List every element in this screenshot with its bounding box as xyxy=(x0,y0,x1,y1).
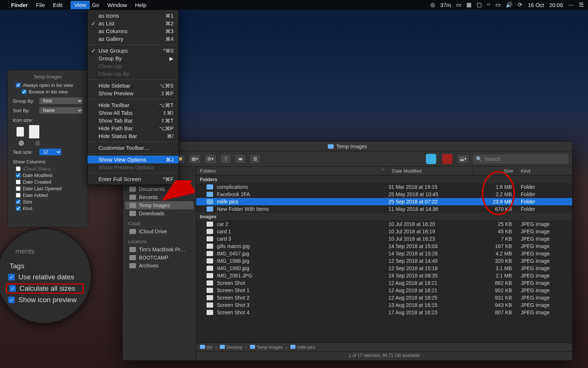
file-row[interactable]: Facebook 2FA25 May 2018 at 10:452.2 MBFo… xyxy=(196,191,572,198)
file-row[interactable]: New Folder With Items11 May 2018 at 14:3… xyxy=(196,205,572,213)
file-row[interactable]: complications31 Mar 2018 at 19:151.6 MBF… xyxy=(196,183,572,191)
file-row[interactable]: IMG_0457.jpg14 Sep 2018 at 15:284.2 MBJP… xyxy=(196,250,572,257)
path-segment[interactable]: Temp Images xyxy=(250,345,283,350)
col-date-added-checkbox[interactable] xyxy=(16,193,21,198)
menu-item-as-icons[interactable]: as Icons⌘1 xyxy=(87,12,179,20)
file-row[interactable]: car 210 Jul 2018 at 16:2025 KBJPEG image xyxy=(196,220,572,228)
menu-item-hide-path-bar[interactable]: Hide Path Bar⌥⌘P xyxy=(87,124,179,132)
siri-icon[interactable]: ⋯ xyxy=(568,1,574,8)
col-date[interactable]: Date Modified xyxy=(388,167,473,175)
menu-edit[interactable]: Edit xyxy=(53,2,62,8)
sort-by-select[interactable]: Name xyxy=(39,107,83,114)
menu-item-show-preview-options: Show Preview Options xyxy=(87,163,179,171)
menu-file[interactable]: File xyxy=(36,2,45,8)
sidebar-item-icloud-drive[interactable]: iCloud Drive xyxy=(123,227,196,236)
menu-item-hide-status-bar[interactable]: Hide Status Bar⌘/ xyxy=(87,132,179,140)
status-icon[interactable]: ◎ xyxy=(430,1,435,8)
calendar-icon[interactable]: ▦ xyxy=(466,1,472,8)
file-row[interactable]: mlife pics25 Sep 2018 at 07:2223.9 MBFol… xyxy=(196,198,572,205)
browse-list-view-checkbox[interactable] xyxy=(22,89,26,94)
menu-item-enter-full-screen[interactable]: Enter Full Screen^⌘F xyxy=(87,175,179,183)
menu-item-show-view-options[interactable]: Show View Options⌘J xyxy=(87,156,179,163)
file-row[interactable]: IMG_1990.jpg12 Sep 2018 at 15:183.1 MBJP… xyxy=(196,265,572,272)
file-row[interactable]: Screen Shot 212 Aug 2018 at 18:25931 KBJ… xyxy=(196,294,572,301)
path-bar[interactable]: tim›Desktop›Temp Images›mlife pics xyxy=(196,343,572,351)
sidebar-item-tim-s-macbook-pr-[interactable]: Tim's MacBook Pr… xyxy=(123,245,196,254)
col-date-created-checkbox[interactable] xyxy=(16,180,21,184)
sidebar-item-bootcamp[interactable]: BOOTCAMP xyxy=(123,254,196,262)
group-button[interactable]: ▦▾ xyxy=(189,154,201,164)
icon-large-icon xyxy=(29,125,39,138)
search-field[interactable]: 🔍 Search xyxy=(473,154,569,164)
file-row[interactable]: card 110 Jul 2018 at 16:1945 KBJPEG imag… xyxy=(196,228,572,235)
airplay-icon[interactable]: ▢ xyxy=(477,1,482,8)
group-by-select[interactable]: Kind xyxy=(39,98,83,104)
col-size[interactable]: Size xyxy=(473,167,517,175)
sidebar-item-downloads[interactable]: Downloads xyxy=(123,209,196,217)
tags-button[interactable]: ⬬ xyxy=(235,154,246,164)
menu-item-hide-sidebar[interactable]: Hide Sidebar⌥⌘S xyxy=(87,82,179,89)
app-icon-2[interactable] xyxy=(442,154,452,164)
path-segment[interactable]: Desktop xyxy=(220,345,243,350)
col-kind-checkbox[interactable] xyxy=(16,206,21,211)
sync-icon[interactable]: ⟳ xyxy=(518,1,523,8)
battery-text[interactable]: 37m xyxy=(440,2,451,8)
sidebar-item-archives[interactable]: Archives xyxy=(123,262,196,270)
action-button[interactable]: ✿▾ xyxy=(205,154,216,164)
dropbox-button[interactable]: ⬓▾ xyxy=(457,154,469,164)
battery-icon[interactable]: ▭ xyxy=(495,1,501,8)
file-row[interactable]: Screen Shot 112 Aug 2018 at 18:21902 KBJ… xyxy=(196,287,572,294)
menu-go[interactable]: Go xyxy=(92,2,99,8)
display-icon[interactable]: ▭ xyxy=(456,1,461,8)
finder-window[interactable]: Temp Images ▦ ☰ ▥ ▭ 📁 ▦▾ ✿▾ ⇪ ⬬ 🗑 ⬓▾ 🔍 S… xyxy=(122,141,573,361)
sidebar-item-documents[interactable]: Documents xyxy=(123,185,196,193)
file-row[interactable]: card 310 Jul 2018 at 16:237 KBJPEG image xyxy=(196,235,572,243)
sidebar-item-temp-images[interactable]: Temp Images xyxy=(125,201,194,209)
trash-button[interactable]: 🗑 xyxy=(250,154,261,164)
icon-size-large-radio[interactable] xyxy=(35,141,40,146)
menu-item-show-preview[interactable]: Show Preview⇧⌘P xyxy=(87,89,179,97)
path-segment[interactable]: tim xyxy=(200,345,212,350)
menu-help[interactable]: Help xyxy=(135,2,147,8)
wifi-icon[interactable]: ⌔ xyxy=(487,2,490,8)
always-list-view-checkbox[interactable] xyxy=(16,83,21,88)
menubar-time[interactable]: 20:06 xyxy=(549,2,563,8)
sidebar-item-recents[interactable]: Recents xyxy=(123,193,196,201)
menu-item-as-gallery[interactable]: as Gallery⌘4 xyxy=(87,35,179,43)
file-row[interactable]: IMG_1988.jpg12 Sep 2018 at 14:49320 KBJP… xyxy=(196,257,572,265)
menu-item-customise-toolbar-[interactable]: Customise Toolbar… xyxy=(87,144,179,152)
file-row[interactable]: gills macro.jpg14 Sep 2018 at 15:03167 K… xyxy=(196,243,572,250)
share-button[interactable]: ⇪ xyxy=(220,154,231,164)
text-size-label: Text size: xyxy=(13,149,39,155)
menu-item-use-groups[interactable]: ✓Use Groups^⌘0 xyxy=(87,47,179,54)
file-row[interactable]: IMG_2061.JPG24 Sep 2018 at 08:352.1 MBJP… xyxy=(196,272,572,279)
icon-size-small-radio[interactable] xyxy=(19,141,24,146)
volume-icon[interactable]: 🔊 xyxy=(506,1,513,8)
menubar-app[interactable]: Finder xyxy=(11,2,28,8)
view-options-panel[interactable]: Temp Images Always open in list view Bro… xyxy=(7,70,88,227)
col-date-last-opened-checkbox[interactable] xyxy=(16,186,21,191)
file-row[interactable]: Screen Shot12 Aug 2018 at 18:21862 KBJPE… xyxy=(196,279,572,287)
text-size-select[interactable]: 12 xyxy=(39,149,61,155)
path-segment[interactable]: mlife pics xyxy=(290,345,315,350)
menu-item-as-columns[interactable]: as Columns⌘3 xyxy=(87,27,179,35)
rel-dates-label: Use relative dates xyxy=(18,273,74,281)
col-kind[interactable]: Kind xyxy=(517,167,572,175)
menu-item-show-all-tabs[interactable]: Show All Tabs⇧⌘\ xyxy=(87,109,179,117)
menubar-date[interactable]: 16 Oct xyxy=(528,2,544,8)
menu-item-hide-toolbar[interactable]: Hide Toolbar⌥⌘T xyxy=(87,101,179,109)
col-size-checkbox[interactable] xyxy=(16,199,21,204)
menu-view[interactable]: View xyxy=(71,1,90,9)
notification-icon[interactable]: ☰ xyxy=(579,1,584,8)
finder-titlebar[interactable]: Temp Images xyxy=(123,142,572,151)
col-name[interactable]: Folders˄ xyxy=(196,167,388,175)
app-icon-1[interactable] xyxy=(426,154,436,164)
menu-item-as-list[interactable]: ✓as List⌘2 xyxy=(87,20,179,27)
menu-window[interactable]: Window xyxy=(107,2,127,8)
file-row[interactable]: Screen Shot 417 Aug 2018 at 16:23807 KBJ… xyxy=(196,309,572,316)
col-icloud-status-checkbox[interactable] xyxy=(16,166,21,171)
file-row[interactable]: Screen Shot 313 Aug 2018 at 16:15943 KBJ… xyxy=(196,301,572,309)
col-date-modified-checkbox[interactable] xyxy=(16,173,21,178)
menu-item-group-by[interactable]: Group By▶ xyxy=(87,54,179,62)
menu-item-show-tab-bar[interactable]: Show Tab Bar⇧⌘T xyxy=(87,117,179,124)
